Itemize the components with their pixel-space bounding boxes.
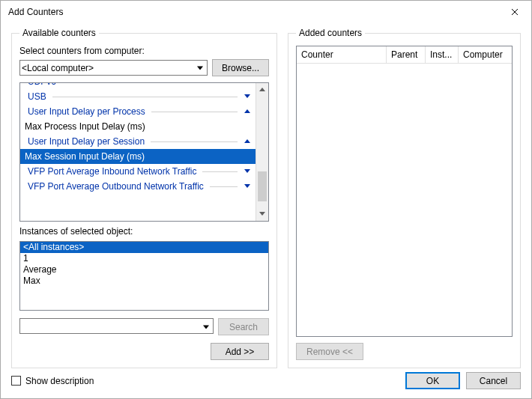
added-counters-legend: Added counters <box>296 28 365 38</box>
instances-label: Instances of selected object: <box>19 226 269 237</box>
counter-item[interactable]: VFP Port Average Outbound Network Traffi… <box>20 179 256 194</box>
instance-item[interactable]: Average <box>20 264 268 275</box>
computer-select[interactable]: <Local computer> <box>19 60 208 76</box>
counters-list[interactable]: UDPv6 USB User Input Delay per Process <box>19 82 269 222</box>
instance-search-input[interactable] <box>19 318 214 334</box>
instances-list[interactable]: <All instances> 1 Average Max <box>19 241 269 311</box>
chevron-down-icon[interactable] <box>244 94 251 99</box>
ok-button[interactable]: OK <box>405 372 460 389</box>
chevron-down-icon[interactable] <box>244 169 251 174</box>
added-counters-panel: Added counters Counter Parent Inst... Co… <box>288 28 521 368</box>
counter-item[interactable]: UDPv6 <box>20 83 256 89</box>
added-counters-grid[interactable]: Counter Parent Inst... Computer <box>296 46 513 337</box>
instance-item[interactable]: Max <box>20 275 268 287</box>
show-description-label: Show description <box>25 376 94 386</box>
show-description-checkbox[interactable]: Show description <box>11 376 94 386</box>
chevron-up-icon[interactable] <box>244 139 251 144</box>
window-title: Add Counters <box>8 7 498 17</box>
col-parent[interactable]: Parent <box>387 46 426 64</box>
scroll-up-icon[interactable] <box>256 83 268 96</box>
col-computer[interactable]: Computer <box>459 46 512 64</box>
col-instance[interactable]: Inst... <box>426 46 459 64</box>
counter-item[interactable]: VFP Port Average Inbound Network Traffic <box>20 164 256 179</box>
titlebar: Add Counters <box>1 1 531 23</box>
counters-scrollbar[interactable] <box>256 83 268 221</box>
scroll-thumb[interactable] <box>258 171 267 201</box>
instance-item[interactable]: 1 <box>20 253 268 264</box>
counter-item[interactable]: USB <box>20 89 256 104</box>
chevron-up-icon[interactable] <box>244 109 251 114</box>
scroll-down-icon[interactable] <box>256 208 268 221</box>
counters-list-inner: UDPv6 USB User Input Delay per Process <box>20 83 256 221</box>
grid-body <box>297 64 512 336</box>
chevron-down-icon[interactable] <box>244 83 251 84</box>
select-computer-label: Select counters from computer: <box>19 46 269 56</box>
counter-subitem[interactable]: Max Process Input Delay (ms) <box>20 119 256 134</box>
cancel-button[interactable]: Cancel <box>466 372 521 389</box>
grid-header: Counter Parent Inst... Computer <box>297 46 512 64</box>
browse-button[interactable]: Browse... <box>212 59 269 76</box>
chevron-down-icon[interactable] <box>244 184 251 189</box>
available-counters-legend: Available counters <box>19 28 99 38</box>
available-counters-panel: Available counters Select counters from … <box>11 28 277 368</box>
add-counters-dialog: Add Counters Available counters Select c… <box>0 0 532 399</box>
col-counter[interactable]: Counter <box>297 46 387 64</box>
add-button[interactable]: Add >> <box>211 343 269 360</box>
counter-subitem-selected[interactable]: Max Session Input Delay (ms) <box>20 149 256 164</box>
instance-item[interactable]: <All instances> <box>20 242 268 253</box>
remove-button[interactable]: Remove << <box>296 343 363 360</box>
close-icon <box>511 8 519 16</box>
checkbox-box <box>11 376 21 386</box>
counter-item[interactable]: User Input Delay per Session <box>20 134 256 149</box>
counter-item[interactable]: User Input Delay per Process <box>20 104 256 119</box>
close-button[interactable] <box>498 1 531 23</box>
search-button[interactable]: Search <box>218 318 269 335</box>
